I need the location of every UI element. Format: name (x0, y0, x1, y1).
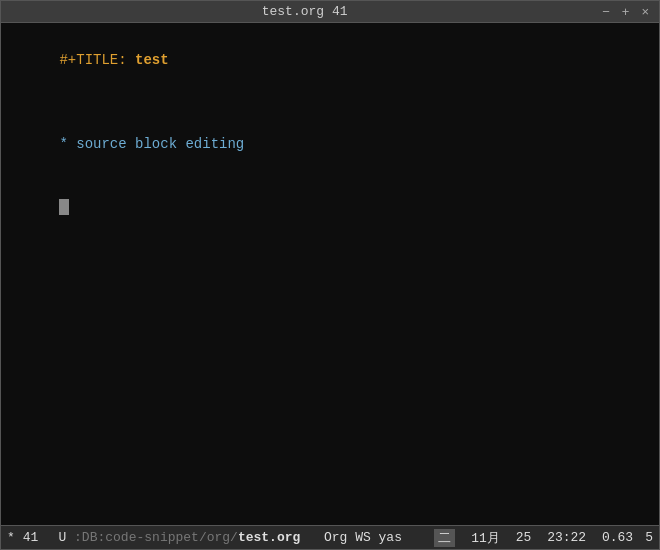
minimize-button[interactable]: − (600, 4, 612, 19)
maximize-button[interactable]: + (620, 4, 632, 19)
window-controls: − + × (600, 4, 651, 19)
window-title: test.org 41 (9, 4, 600, 19)
close-button[interactable]: × (639, 4, 651, 19)
status-decimal: 0.63 (602, 530, 633, 545)
editor-line-2: * source block editing (9, 113, 651, 176)
status-right-num: 5 (645, 530, 653, 545)
status-file-path: :DB:code-snippet/org/test.org (74, 530, 300, 545)
status-right-section: 二 11月 25 23:22 0.63 5 (434, 529, 653, 547)
status-star: * (7, 530, 15, 545)
status-month: 11月 (471, 529, 500, 547)
editor-line-cursor (9, 176, 651, 239)
emacs-window: test.org 41 − + × #+TITLE: test * source… (0, 0, 660, 550)
status-org-label: Org (324, 530, 347, 545)
editor-line-blank (9, 92, 651, 113)
status-day: 25 (516, 530, 532, 545)
source-block-text: * source block editing (59, 136, 244, 152)
status-input-method: 二 (434, 529, 455, 547)
status-modified-flag: U (58, 530, 66, 545)
status-path-prefix: :DB:code-snippet/org/ (74, 530, 238, 545)
cursor (59, 199, 69, 215)
status-yas: yas (379, 530, 402, 545)
editor-line-1: #+TITLE: test (9, 29, 651, 92)
status-time: 23:22 (547, 530, 586, 545)
status-filename: test.org (238, 530, 300, 545)
editor-area[interactable]: #+TITLE: test * source block editing (1, 23, 659, 525)
status-bar: * 41 U :DB:code-snippet/org/test.org Org… (1, 525, 659, 549)
title-value: test (135, 52, 169, 68)
title-keyword: #+TITLE: (59, 52, 135, 68)
status-ws: WS (355, 530, 371, 545)
status-line-number: 41 (23, 530, 51, 545)
title-bar: test.org 41 − + × (1, 1, 659, 23)
